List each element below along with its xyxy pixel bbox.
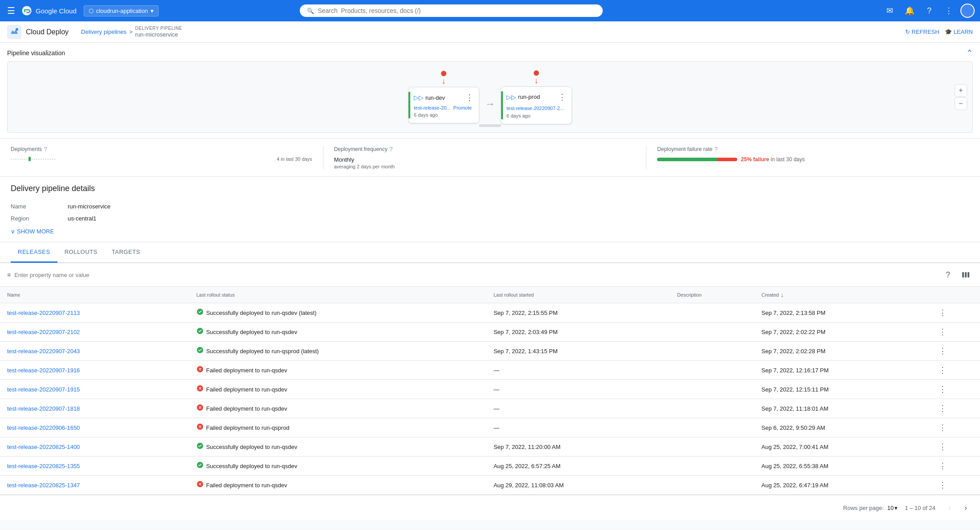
- search-input[interactable]: [318, 7, 596, 14]
- row-more-button[interactable]: ⋮: [939, 404, 947, 413]
- release-name-link[interactable]: test-release-20220907-2113: [7, 310, 80, 316]
- filter-input[interactable]: [14, 272, 937, 278]
- td-description: [670, 457, 754, 476]
- status-icon: [196, 385, 204, 394]
- frequency-help-icon[interactable]: ?: [389, 146, 393, 153]
- refresh-button[interactable]: ↻ REFRESH: [905, 29, 939, 35]
- row-more-button[interactable]: ⋮: [939, 442, 947, 451]
- table-row: test-release-20220907-1915 Failed deploy…: [0, 380, 980, 399]
- row-more-button[interactable]: ⋮: [939, 423, 947, 432]
- row-more-button[interactable]: ⋮: [939, 327, 947, 336]
- deploy-dot: [34, 159, 35, 160]
- main-content: Pipeline visualization ⌃ ↓ ▷▷ run-dev: [0, 43, 980, 520]
- td-created: Sep 7, 2022, 2:13:58 PM: [754, 303, 931, 322]
- pagination: Rows per page: 10 ▾ 1 – 10 of 24 ‹ ›: [0, 495, 980, 520]
- nav-actions: ↻ REFRESH 🎓 LEARN: [905, 29, 973, 35]
- td-more: ⋮: [931, 399, 980, 418]
- node-cloud-icon-prod: ▷▷: [506, 94, 516, 101]
- release-name-link[interactable]: test-release-20220825-1355: [7, 463, 80, 469]
- status-icon: [196, 327, 204, 336]
- release-name-link[interactable]: test-release-20220825-1400: [7, 444, 80, 450]
- tab-rollouts[interactable]: ROLLOUTS: [57, 242, 105, 263]
- row-more-button[interactable]: ⋮: [939, 385, 947, 394]
- promote-link-run-dev[interactable]: Promote: [453, 105, 472, 110]
- row-more-button[interactable]: ⋮: [939, 481, 947, 489]
- release-name-link[interactable]: test-release-20220907-1915: [7, 386, 80, 393]
- failure-rate-help-icon[interactable]: ?: [714, 146, 718, 153]
- page-nav: ‹ ›: [943, 501, 973, 515]
- frequency-main: Monthly: [334, 156, 636, 163]
- zoom-out-button[interactable]: −: [955, 98, 967, 110]
- rows-select-chevron: ▾: [894, 505, 898, 511]
- more-options-icon[interactable]: ⋮: [941, 3, 957, 19]
- deployments-help-icon[interactable]: ?: [44, 146, 47, 153]
- status-icon: [196, 308, 204, 317]
- breadcrumb-parent-link[interactable]: Delivery pipelines: [81, 29, 127, 35]
- rows-per-page-select[interactable]: 10 ▾: [887, 505, 898, 511]
- release-name-link[interactable]: test-release-20220907-2043: [7, 348, 80, 355]
- collapse-icon[interactable]: ⌃: [966, 48, 973, 58]
- deploy-dot: [24, 159, 25, 160]
- status-icon: [196, 442, 204, 451]
- prev-page-button[interactable]: ‹: [943, 501, 957, 515]
- filter-bar: ≡ ?: [0, 263, 980, 287]
- filter-help-icon[interactable]: ?: [941, 268, 955, 282]
- avatar[interactable]: [960, 4, 975, 18]
- deploy-dot: [36, 159, 37, 160]
- project-selector[interactable]: ⬡ cloudrun-application ▾: [84, 5, 159, 16]
- row-more-button[interactable]: ⋮: [939, 308, 947, 317]
- column-toggle-icon[interactable]: [959, 268, 973, 282]
- td-more: ⋮: [931, 342, 980, 361]
- release-name-link[interactable]: test-release-20220825-1347: [7, 482, 80, 489]
- node-release-run-dev[interactable]: test-release-20...: [414, 105, 451, 110]
- details-label: Name: [11, 200, 64, 212]
- row-more-button[interactable]: ⋮: [939, 347, 947, 355]
- node-release-run-prod[interactable]: test-release-20220907-2...: [506, 106, 564, 111]
- breadcrumb-current-label: DELIVERY PIPELINE: [135, 26, 182, 31]
- table-row: test-release-20220907-2102 Successfully …: [0, 322, 980, 342]
- zoom-in-button[interactable]: +: [955, 84, 967, 97]
- td-name: test-release-20220907-2043: [0, 342, 189, 361]
- status-text: Failed deployment to run-qsdev: [206, 405, 287, 412]
- cloud-deploy-logo-icon: [7, 25, 21, 39]
- td-more: ⋮: [931, 361, 980, 380]
- status-icon: [196, 461, 204, 470]
- release-name-link[interactable]: test-release-20220907-1916: [7, 367, 80, 374]
- release-name-link[interactable]: test-release-20220907-2102: [7, 329, 80, 335]
- refresh-icon: ↻: [905, 29, 910, 35]
- td-more: ⋮: [931, 322, 980, 342]
- breadcrumb-separator: >: [129, 29, 133, 35]
- release-name-link[interactable]: test-release-20220907-1818: [7, 405, 80, 412]
- td-name: test-release-20220906-1650: [0, 418, 189, 437]
- node-title-run-prod: ▷▷ run-prod: [506, 94, 540, 101]
- pipeline-scrollbar[interactable]: [479, 124, 501, 127]
- page-info: 1 – 10 of 24: [905, 505, 935, 511]
- node-more-run-dev[interactable]: ⋮: [466, 93, 474, 102]
- th-created[interactable]: Created ↓: [754, 287, 931, 303]
- node-dot-run-dev: [441, 71, 446, 76]
- notifications-icon[interactable]: 🔔: [902, 3, 918, 19]
- menu-icon[interactable]: ☰: [5, 4, 17, 18]
- learn-button[interactable]: 🎓 LEARN: [945, 29, 973, 35]
- tab-releases[interactable]: RELEASES: [11, 242, 57, 263]
- td-started: Sep 7, 2022, 11:20:00 AM: [486, 437, 670, 457]
- row-more-button[interactable]: ⋮: [939, 461, 947, 470]
- table-section: ≡ ? Name Last rollout status Last r: [0, 263, 980, 495]
- email-icon[interactable]: ✉: [882, 3, 898, 19]
- pipeline-details-title: Delivery pipeline details: [11, 184, 969, 193]
- next-page-button[interactable]: ›: [959, 501, 973, 515]
- table-header: Name Last rollout status Last rollout st…: [0, 287, 980, 303]
- node-cloud-icon: ▷▷: [414, 94, 424, 101]
- help-icon[interactable]: ?: [921, 3, 937, 19]
- show-more-button[interactable]: ∨ SHOW MORE: [11, 228, 969, 235]
- details-label: Region: [11, 212, 64, 224]
- row-more-button[interactable]: ⋮: [939, 366, 947, 375]
- table-row: test-release-20220825-1347 Failed deploy…: [0, 476, 980, 495]
- tab-targets[interactable]: TARGETS: [105, 242, 147, 263]
- node-more-run-prod[interactable]: ⋮: [558, 92, 566, 102]
- release-name-link[interactable]: test-release-20220906-1650: [7, 424, 80, 431]
- deploy-dot: [22, 159, 23, 160]
- deploy-dot: [32, 159, 33, 160]
- details-value: run-microservice: [64, 200, 260, 212]
- node-name-run-prod: run-prod: [518, 94, 540, 100]
